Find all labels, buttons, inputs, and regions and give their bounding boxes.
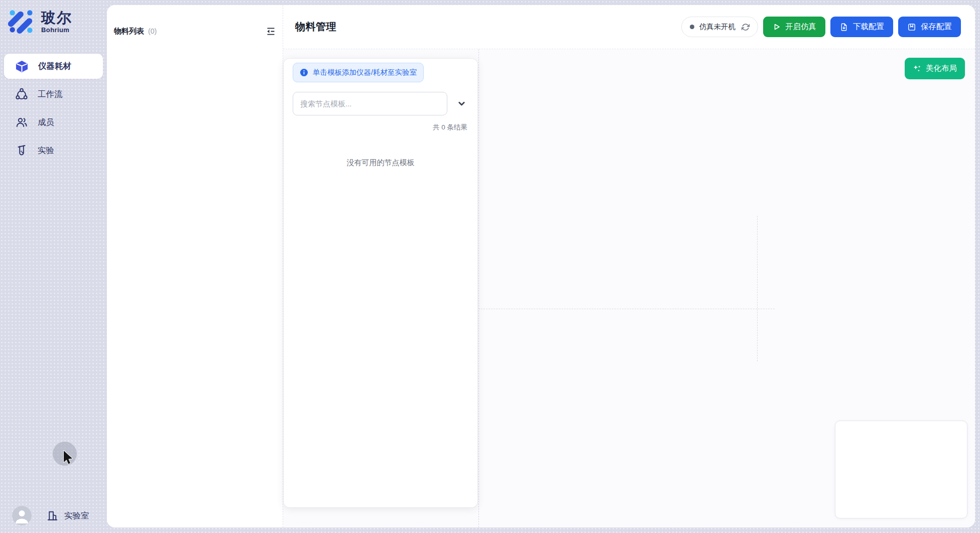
brand-logo: 玻尔 Bohrium: [8, 7, 72, 34]
beautify-layout-button[interactable]: 美化布局: [905, 58, 965, 79]
experiment-icon: [15, 144, 28, 157]
material-list-title: 物料列表: [114, 27, 144, 36]
save-config-label: 保存配置: [921, 22, 952, 32]
status-dot-icon: [690, 25, 694, 29]
template-search-row: [293, 92, 468, 115]
results-count: 共 0 条结果: [293, 123, 468, 132]
outdent-icon: [266, 26, 276, 37]
template-search-input[interactable]: [293, 92, 447, 115]
toolbar: 物料管理 仿真未开机 开启仿真 下载配置: [283, 5, 975, 49]
brand-subtitle: Bohrium: [41, 26, 72, 34]
simulation-status-pill: 仿真未开机: [681, 17, 759, 37]
template-hint-text: 单击模板添加仪器/耗材至实验室: [313, 68, 417, 77]
sidebar-item-label: 工作流: [38, 89, 63, 100]
chevron-down-icon: [457, 99, 466, 108]
material-list-panel: 物料列表 (0): [107, 5, 283, 527]
node-template-panel: 单击模板添加仪器/耗材至实验室 共 0 条结果 没有可用的节点模板: [284, 59, 477, 507]
avatar-person-icon: [12, 506, 32, 525]
workspace-label: 实验室: [64, 510, 89, 521]
template-hint-banner: 单击模板添加仪器/耗材至实验室: [293, 63, 424, 82]
user-avatar[interactable]: [12, 506, 32, 525]
workflow-icon: [15, 88, 28, 101]
file-download-icon: [839, 23, 848, 32]
download-config-button[interactable]: 下载配置: [830, 17, 893, 37]
sidebar-item-workflow[interactable]: 工作流: [4, 82, 103, 107]
canvas-guide-vertical: [478, 49, 479, 527]
start-simulation-label: 开启仿真: [785, 22, 816, 32]
brand-name: 玻尔: [41, 10, 72, 25]
play-icon: [772, 23, 781, 31]
refresh-status-button[interactable]: [742, 23, 750, 31]
sidebar-item-members[interactable]: 成员: [4, 110, 103, 135]
sidebar-item-instruments[interactable]: 仪器耗材: [4, 54, 103, 79]
material-list-header: 物料列表 (0): [114, 25, 277, 37]
refresh-icon: [742, 23, 750, 31]
sparkles-icon: [913, 64, 921, 73]
sidebar-nav: 仪器耗材 工作流 成员: [4, 54, 103, 163]
save-config-button[interactable]: 保存配置: [898, 17, 961, 37]
sidebar-item-label: 成员: [38, 117, 54, 128]
main-surface: 物料列表 (0) 物料管理 仿真未开机: [107, 5, 975, 527]
brand-logo-icon: [8, 7, 35, 34]
sidebar-item-experiments[interactable]: 实验: [4, 138, 103, 163]
sidebar-item-label: 仪器耗材: [38, 61, 71, 72]
expand-templates-button[interactable]: [454, 97, 468, 111]
info-icon: [300, 68, 308, 77]
canvas-guide-vertical-2: [757, 216, 758, 361]
page-title: 物料管理: [295, 20, 336, 34]
mouse-cursor: [62, 450, 74, 466]
save-icon: [907, 23, 916, 32]
sidebar: 玻尔 Bohrium 仪器耗材 工作流: [0, 0, 107, 533]
minimap[interactable]: [835, 421, 967, 518]
collapse-panel-button[interactable]: [265, 25, 277, 37]
sidebar-footer: 实验室: [12, 506, 89, 525]
download-config-label: 下载配置: [853, 22, 884, 32]
canvas-guide-horizontal: [478, 309, 775, 309]
building-icon: [46, 509, 59, 522]
empty-templates-message: 没有可用的节点模板: [293, 158, 468, 168]
members-icon: [15, 116, 28, 129]
status-label: 仿真未开机: [699, 22, 736, 32]
material-list-count: (0): [148, 27, 157, 35]
cube-icon: [15, 60, 29, 73]
workspace-switcher[interactable]: 实验室: [46, 509, 89, 522]
start-simulation-button[interactable]: 开启仿真: [763, 17, 825, 37]
sidebar-item-label: 实验: [38, 145, 54, 156]
beautify-layout-label: 美化布局: [926, 63, 957, 74]
